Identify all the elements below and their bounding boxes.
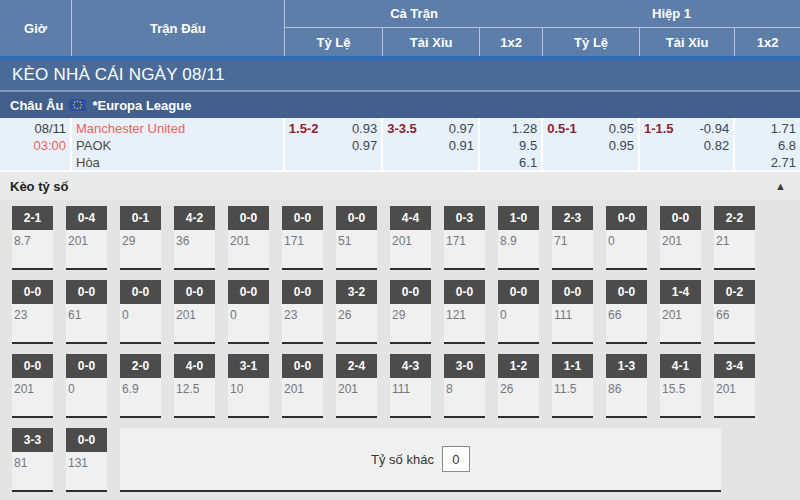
score-box[interactable]: 3-3 [12, 428, 53, 452]
score-odds[interactable]: 71 [552, 230, 593, 248]
score-odds[interactable]: 8.7 [12, 230, 53, 248]
score-box[interactable]: 0-0 [120, 280, 161, 304]
score-box[interactable]: 4-1 [660, 354, 701, 378]
score-box[interactable]: 0-0 [606, 206, 647, 230]
h1-handicap-odds-away[interactable]: 0.95 [547, 137, 634, 154]
score-odds[interactable]: 201 [660, 230, 701, 248]
score-box[interactable]: 4-3 [390, 354, 431, 378]
score-box[interactable]: 0-0 [282, 354, 323, 378]
score-box[interactable]: 4-2 [174, 206, 215, 230]
league-name[interactable]: *Europa League [92, 98, 191, 113]
score-odds[interactable]: 15.5 [660, 378, 701, 396]
score-box[interactable]: 2-3 [552, 206, 593, 230]
score-box[interactable]: 0-0 [336, 206, 377, 230]
score-odds[interactable]: 29 [120, 230, 161, 248]
score-odds[interactable]: 23 [12, 304, 53, 322]
score-box[interactable]: 0-0 [228, 206, 269, 230]
score-box[interactable]: 3-2 [336, 280, 377, 304]
ft-1x2-draw[interactable]: 6.1 [484, 154, 537, 171]
ft-handicap-odds-home[interactable]: 0.93 [352, 120, 377, 137]
ft-ou-odds-under[interactable]: 0.91 [387, 137, 474, 154]
score-odds[interactable]: 0 [120, 304, 161, 322]
h1-ou-odds-over[interactable]: -0.94 [700, 120, 730, 137]
score-box[interactable]: 4-0 [174, 354, 215, 378]
score-odds[interactable]: 8.9 [498, 230, 539, 248]
score-box[interactable]: 2-1 [12, 206, 53, 230]
other-score-value-box[interactable]: 0 [442, 446, 470, 472]
h1-1x2-away[interactable]: 6.8 [739, 137, 796, 154]
score-odds[interactable]: 81 [12, 452, 53, 470]
score-odds[interactable]: 0 [606, 230, 647, 248]
score-box[interactable]: 0-0 [228, 280, 269, 304]
score-odds[interactable]: 0 [498, 304, 539, 322]
score-box[interactable]: 0-4 [66, 206, 107, 230]
score-odds[interactable]: 12.5 [174, 378, 215, 396]
score-odds[interactable]: 201 [228, 230, 269, 248]
h1-1x2-draw[interactable]: 2.71 [739, 154, 796, 171]
h1-ou-odds-under[interactable]: 0.82 [644, 137, 729, 154]
score-box[interactable]: 2-2 [714, 206, 755, 230]
ft-1x2-home[interactable]: 1.28 [484, 120, 537, 137]
score-odds[interactable]: 201 [174, 304, 215, 322]
score-odds[interactable]: 86 [606, 378, 647, 396]
score-odds[interactable]: 21 [714, 230, 755, 248]
ft-1x2-away[interactable]: 9.5 [484, 137, 537, 154]
score-box[interactable]: 0-0 [174, 280, 215, 304]
score-odds[interactable]: 201 [336, 378, 377, 396]
score-box[interactable]: 0-2 [714, 280, 755, 304]
score-odds[interactable]: 26 [336, 304, 377, 322]
score-box[interactable]: 0-0 [498, 280, 539, 304]
score-box[interactable]: 1-4 [660, 280, 701, 304]
score-box[interactable]: 0-0 [12, 354, 53, 378]
away-team[interactable]: PAOK [76, 137, 279, 154]
chevron-up-icon[interactable]: ▲ [775, 180, 786, 192]
score-box[interactable]: 4-4 [390, 206, 431, 230]
score-box[interactable]: 0-0 [282, 206, 323, 230]
score-odds[interactable]: 171 [282, 230, 323, 248]
league-row[interactable]: Châu Âu *Europa League [0, 92, 800, 118]
score-box[interactable]: 0-0 [66, 428, 107, 452]
score-odds[interactable]: 111 [390, 378, 431, 396]
score-odds[interactable]: 61 [66, 304, 107, 322]
score-box[interactable]: 0-0 [66, 354, 107, 378]
score-odds[interactable]: 201 [714, 378, 755, 396]
score-box[interactable]: 2-0 [120, 354, 161, 378]
ft-ou-odds-over[interactable]: 0.97 [449, 120, 474, 137]
score-odds[interactable]: 51 [336, 230, 377, 248]
score-box[interactable]: 0-1 [120, 206, 161, 230]
score-odds[interactable]: 11.5 [552, 378, 593, 396]
score-box[interactable]: 0-0 [282, 280, 323, 304]
score-odds[interactable]: 29 [390, 304, 431, 322]
h1-1x2-home[interactable]: 1.71 [739, 120, 796, 137]
home-team[interactable]: Manchester United [76, 120, 279, 137]
score-odds[interactable]: 201 [12, 378, 53, 396]
score-box[interactable]: 1-3 [606, 354, 647, 378]
score-section-header[interactable]: Kèo tỷ số ▲ [0, 172, 800, 200]
score-odds[interactable]: 0 [228, 304, 269, 322]
score-box[interactable]: 1-2 [498, 354, 539, 378]
score-odds[interactable]: 0 [66, 378, 107, 396]
score-odds[interactable]: 121 [444, 304, 485, 322]
score-odds[interactable]: 201 [390, 230, 431, 248]
score-odds[interactable]: 131 [66, 452, 107, 470]
score-odds[interactable]: 66 [714, 304, 755, 322]
score-odds[interactable]: 201 [660, 304, 701, 322]
score-box[interactable]: 0-0 [606, 280, 647, 304]
score-box[interactable]: 0-0 [390, 280, 431, 304]
score-odds[interactable]: 10 [228, 378, 269, 396]
score-odds[interactable]: 23 [282, 304, 323, 322]
score-box[interactable]: 1-0 [498, 206, 539, 230]
score-box[interactable]: 3-4 [714, 354, 755, 378]
score-odds[interactable]: 36 [174, 230, 215, 248]
score-odds[interactable]: 26 [498, 378, 539, 396]
score-box[interactable]: 0-3 [444, 206, 485, 230]
score-odds[interactable]: 201 [66, 230, 107, 248]
score-box[interactable]: 3-0 [444, 354, 485, 378]
score-box[interactable]: 0-0 [552, 280, 593, 304]
score-odds[interactable]: 171 [444, 230, 485, 248]
score-box[interactable]: 0-0 [444, 280, 485, 304]
score-box[interactable]: 0-0 [12, 280, 53, 304]
h1-handicap-odds-home[interactable]: 0.95 [609, 120, 634, 137]
score-odds[interactable]: 6.9 [120, 378, 161, 396]
score-box[interactable]: 3-1 [228, 354, 269, 378]
